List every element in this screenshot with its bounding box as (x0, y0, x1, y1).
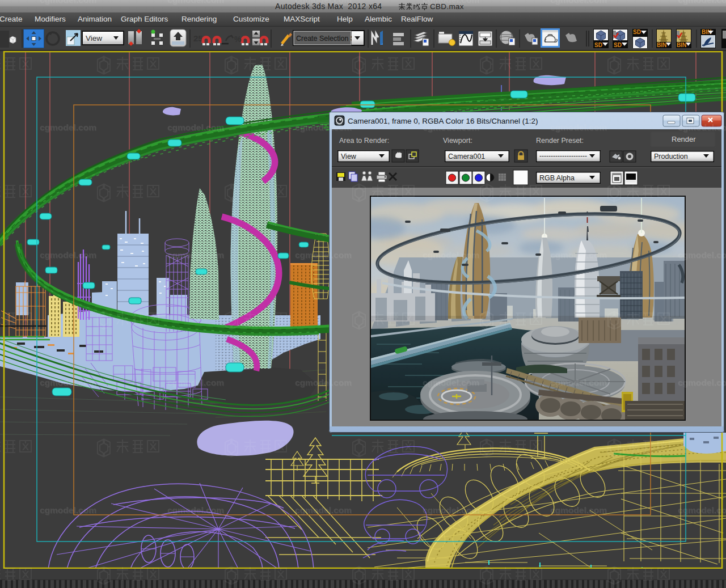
svg-text:SD: SD (594, 42, 602, 48)
svg-text:Render Preset:: Render Preset: (536, 137, 584, 145)
svg-text:CBD.max: CBD.max (430, 2, 464, 11)
svg-text:Production: Production (654, 153, 688, 160)
svg-text:SD: SD (633, 29, 641, 35)
svg-text:Area to Render:: Area to Render: (339, 137, 389, 145)
svg-text:RGB Alpha: RGB Alpha (539, 174, 575, 182)
svg-text:Camera001: Camera001 (448, 153, 485, 160)
svg-text:Render: Render (672, 135, 696, 143)
svg-text:Viewport:: Viewport: (443, 137, 472, 145)
svg-text:25: 25 (193, 33, 203, 43)
svg-text:BIN: BIN (657, 42, 666, 48)
svg-text:Create Selection Se: Create Selection Se (296, 35, 359, 43)
svg-text:View: View (341, 153, 357, 160)
svg-text:Camera001, frame 0, RGBA Color: Camera001, frame 0, RGBA Color 16 Bits/C… (348, 117, 538, 125)
svg-text:%: % (234, 35, 242, 44)
svg-text:---------------------: --------------------- (539, 152, 587, 160)
svg-text:View: View (86, 34, 102, 43)
